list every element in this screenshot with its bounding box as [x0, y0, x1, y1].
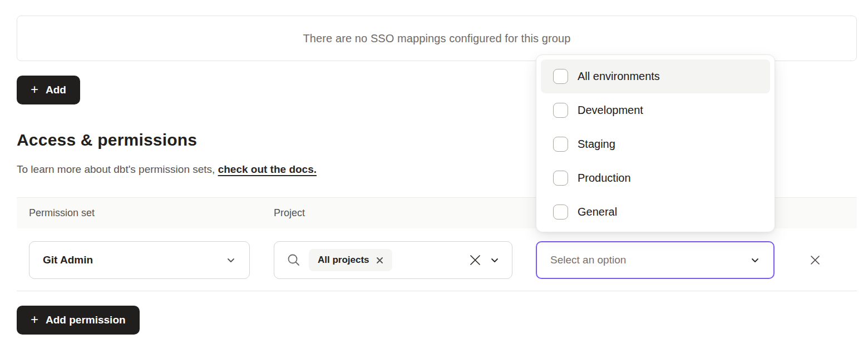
docs-link[interactable]: check out the docs. [218, 163, 317, 175]
add-button-label: Add [46, 84, 66, 96]
permission-set-value: Git Admin [43, 254, 93, 266]
description-text: To learn more about dbt's permission set… [17, 163, 218, 175]
clear-selection-x-icon[interactable] [468, 253, 482, 267]
checkbox-production[interactable] [553, 171, 568, 186]
project-multiselect[interactable]: All projects [274, 241, 512, 279]
environment-select[interactable]: Select an option [536, 241, 775, 279]
checkbox-staging[interactable] [553, 137, 568, 152]
dropdown-option-production[interactable]: Production [541, 161, 770, 195]
plus-icon: + [31, 313, 38, 326]
chip-remove-x-icon[interactable] [376, 257, 383, 264]
search-icon [287, 253, 301, 267]
dropdown-option-label: General [578, 206, 617, 218]
dropdown-option-label: Production [578, 172, 631, 185]
permission-set-select[interactable]: Git Admin [29, 241, 250, 279]
sso-empty-message: There are no SSO mappings configured for… [303, 32, 571, 45]
dropdown-option-all-environments[interactable]: All environments [541, 59, 770, 93]
project-chip: All projects [309, 249, 392, 271]
plus-icon: + [31, 83, 38, 96]
project-chip-label: All projects [318, 255, 369, 266]
dropdown-option-label: Staging [578, 138, 615, 151]
environment-dropdown-menu: All environments Development Staging Pro… [536, 54, 775, 232]
checkbox-development[interactable] [553, 103, 568, 118]
chevron-down-icon [226, 255, 236, 265]
column-header-permission-set: Permission set [29, 207, 95, 219]
remove-permission-row-button[interactable] [805, 250, 825, 270]
dropdown-option-label: All environments [578, 70, 660, 83]
environment-select-placeholder: Select an option [550, 254, 626, 266]
x-icon [809, 254, 821, 266]
add-sso-mapping-button[interactable]: + Add [17, 76, 80, 104]
page-title: Access & permissions [17, 131, 197, 149]
column-header-project: Project [274, 207, 305, 219]
dropdown-option-general[interactable]: General [541, 195, 770, 229]
chevron-down-icon [750, 255, 760, 265]
group-settings-page: There are no SSO mappings configured for… [0, 0, 868, 349]
checkbox-all-environments[interactable] [553, 69, 568, 84]
table-row-divider [17, 291, 857, 291]
dropdown-option-staging[interactable]: Staging [541, 127, 770, 161]
checkbox-general[interactable] [553, 205, 568, 220]
dropdown-option-development[interactable]: Development [541, 93, 770, 127]
add-permission-button-label: Add permission [46, 314, 126, 326]
chevron-down-icon [490, 255, 500, 265]
dropdown-option-label: Development [578, 104, 643, 117]
section-description: To learn more about dbt's permission set… [17, 163, 317, 176]
add-permission-button[interactable]: + Add permission [17, 306, 140, 335]
